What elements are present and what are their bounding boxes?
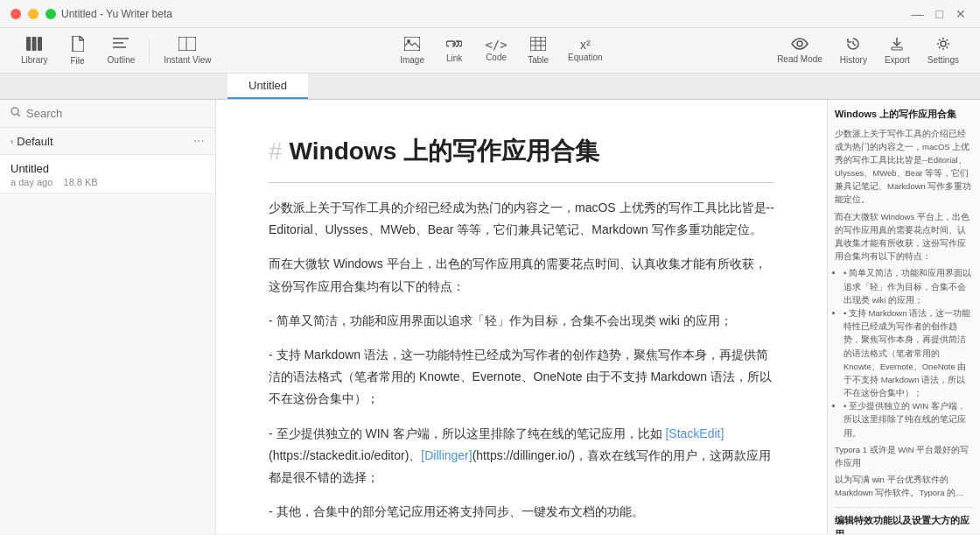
minimize-button[interactable] xyxy=(28,9,38,19)
equation-button[interactable]: x² Equation xyxy=(561,35,609,66)
maximize-button[interactable] xyxy=(46,9,56,19)
editor-paragraph-2: 而在大微软 Windows 平台上，出色的写作应用真的需要花点时间、认真收集才能… xyxy=(269,253,774,297)
editor-paragraph-1: 少数派上关于写作工具的介绍已经成为热门的内容之一，macOS 上优秀的写作工具比… xyxy=(269,197,774,241)
read-mode-icon xyxy=(791,38,808,53)
export-button[interactable]: Export xyxy=(878,33,917,68)
outline-button[interactable]: Outline xyxy=(101,33,143,68)
history-icon xyxy=(846,37,860,53)
list-item-1: - 简单又简洁，功能和应用界面以追求「轻」作为目标，合集不会出现类 wiki 的… xyxy=(269,310,774,332)
right-panel: Windows 上的写作应用合集 少数派上关于写作工具的介绍已经成为热门的内容之… xyxy=(827,100,980,534)
sidebar-folder[interactable]: ‹ Default ··· xyxy=(0,128,215,155)
export-label: Export xyxy=(885,55,910,65)
app-title: Untitled - Yu Writer beta xyxy=(61,8,172,20)
win-controls: — □ ✕ xyxy=(908,6,970,22)
h1-hash: # xyxy=(269,137,283,165)
win-close[interactable]: ✕ xyxy=(952,6,970,22)
table-icon xyxy=(530,37,546,53)
right-panel-title: Windows 上的写作应用合集 xyxy=(835,107,973,122)
toolbar-divider-1 xyxy=(149,39,150,63)
toolbar-center: Image Link </> Code Table x² Equation xyxy=(233,33,771,68)
list-item-4: - 其他，合集中的部分笔记应用还将支持同步、一键发布文档的功能。 xyxy=(269,501,774,523)
instant-view-icon xyxy=(178,37,196,53)
instant-view-label: Instant View xyxy=(164,55,211,65)
file-icon xyxy=(72,36,84,54)
outline-label: Outline xyxy=(108,55,136,65)
editor-content: # Windows 上的写作应用合集 少数派上关于写作工具的介绍已经成为热门的内… xyxy=(269,135,774,534)
link-icon xyxy=(446,38,462,52)
list-item-2: - 支持 Markdown 语法，这一功能特性已经成为写作者的创作趋势，聚焦写作… xyxy=(269,344,774,411)
toolbar-right: Read Mode History Export Settings xyxy=(770,33,966,68)
h1-text: Windows 上的写作应用合集 xyxy=(290,135,599,168)
dillinger-link[interactable]: [Dillinger] xyxy=(421,448,472,462)
svg-point-15 xyxy=(797,41,802,46)
item-title: Untitled xyxy=(10,162,205,175)
win-minimize[interactable]: — xyxy=(908,6,928,22)
toolbar-left: Library File Outline Instant View xyxy=(14,32,219,69)
code-button[interactable]: </> Code xyxy=(477,35,515,66)
toolbar: Library File Outline Instant View xyxy=(0,28,980,74)
svg-rect-6 xyxy=(178,37,196,51)
library-label: Library xyxy=(21,55,48,65)
right-panel-li2: • 支持 Markdown 语法，这一功能特性已经成为写作者的创作趋势，聚焦写作… xyxy=(844,306,973,399)
close-button[interactable] xyxy=(10,9,21,19)
svg-line-21 xyxy=(18,114,20,116)
svg-point-20 xyxy=(11,108,18,115)
instant-view-button[interactable]: Instant View xyxy=(157,33,218,68)
right-panel-p3: Typora 1 或许是 WIN 平台最好的写作应用 xyxy=(835,443,973,469)
search-icon xyxy=(10,107,21,120)
image-icon xyxy=(404,37,420,53)
svg-rect-1 xyxy=(32,37,37,51)
right-panel-li1: • 简单又简洁，功能和应用界面以追求「轻」作为目标，合集不会出现类 wiki 的… xyxy=(844,266,973,306)
link-button[interactable]: Link xyxy=(435,34,473,67)
stackedit-link[interactable]: [StackEdit] xyxy=(665,426,724,440)
item-meta: a day ago 18.8 KB xyxy=(10,177,205,187)
editor-divider xyxy=(269,182,774,183)
file-button[interactable]: File xyxy=(59,32,97,69)
file-label: File xyxy=(71,56,85,66)
item-date: a day ago xyxy=(10,177,52,187)
title-bar: Untitled - Yu Writer beta — □ ✕ xyxy=(0,0,980,28)
history-label: History xyxy=(840,55,867,65)
svg-rect-10 xyxy=(530,37,546,51)
win-maximize[interactable]: □ xyxy=(933,6,947,22)
right-panel-list-1: • 简单又简洁，功能和应用界面以追求「轻」作为目标，合集不会出现类 wiki 的… xyxy=(835,266,973,439)
equation-icon: x² xyxy=(580,39,591,51)
chevron-icon: ‹ xyxy=(10,137,13,146)
image-button[interactable]: Image xyxy=(393,33,431,68)
svg-line-17 xyxy=(853,44,856,46)
search-input[interactable] xyxy=(26,107,205,120)
folder-name: Default xyxy=(17,135,52,148)
svg-point-19 xyxy=(941,41,946,46)
right-panel-section2-title: 编辑特效功能以及设置大方的应用 xyxy=(835,513,973,534)
read-mode-button[interactable]: Read Mode xyxy=(770,34,830,67)
table-label: Table xyxy=(528,55,549,65)
list-item-3: - 至少提供独立的 WIN 客户端，所以这里排除了纯在线的笔记应用，比如 [St… xyxy=(269,423,774,489)
right-panel-p2: 而在大微软 Windows 平台上，出色的写作应用真的需要花点时间、认真收集才能… xyxy=(835,210,973,264)
equation-label: Equation xyxy=(568,53,602,62)
list-item[interactable]: Untitled a day ago 18.8 KB xyxy=(0,155,215,194)
settings-label: Settings xyxy=(928,55,959,65)
right-panel-li3: • 至少提供独立的 WIN 客户端，所以这里排除了纯在线的笔记应用。 xyxy=(844,399,973,440)
settings-icon xyxy=(936,37,950,53)
editor-area[interactable]: # Windows 上的写作应用合集 少数派上关于写作工具的介绍已经成为热门的内… xyxy=(216,100,827,534)
settings-button[interactable]: Settings xyxy=(920,33,966,68)
outline-icon xyxy=(113,37,129,53)
history-button[interactable]: History xyxy=(833,33,874,68)
tab-untitled[interactable]: Untitled xyxy=(228,74,308,99)
window-controls[interactable] xyxy=(10,9,56,19)
editor-heading-1: # Windows 上的写作应用合集 xyxy=(269,135,774,168)
more-icon[interactable]: ··· xyxy=(193,133,205,149)
image-label: Image xyxy=(400,55,424,65)
link-label: Link xyxy=(446,53,462,63)
library-button[interactable]: Library xyxy=(14,33,55,68)
sidebar: ‹ Default ··· Untitled a day ago 18.8 KB xyxy=(0,100,216,534)
right-panel-p1: 少数派上关于写作工具的介绍已经成为热门的内容之一，macOS 上优秀的写作工具比… xyxy=(835,127,973,207)
library-icon xyxy=(26,37,42,53)
svg-rect-2 xyxy=(38,37,42,51)
right-panel-section-2: 编辑特效功能以及设置大方的应用 • 官方提供了官方材料，上传到 Excel 表格… xyxy=(835,507,973,534)
main-layout: ‹ Default ··· Untitled a day ago 18.8 KB… xyxy=(0,100,980,534)
editor-list: - 简单又简洁，功能和应用界面以追求「轻」作为目标，合集不会出现类 wiki 的… xyxy=(269,310,774,524)
table-button[interactable]: Table xyxy=(519,33,557,68)
sidebar-search-bar[interactable] xyxy=(0,100,215,128)
export-icon xyxy=(890,37,904,53)
